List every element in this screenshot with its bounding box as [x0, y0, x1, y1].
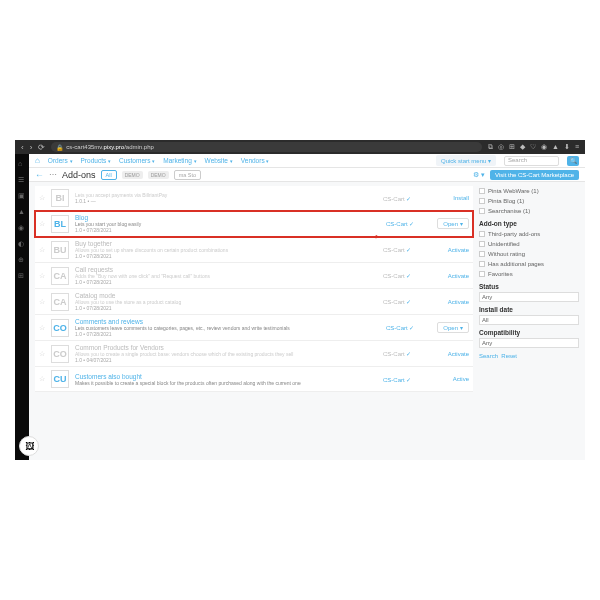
ext-icon[interactable]: ≡ [575, 143, 579, 151]
star-icon[interactable]: ☆ [39, 298, 45, 306]
annotation-arrow: → [359, 228, 384, 244]
star-icon[interactable]: ☆ [39, 350, 45, 358]
search-link[interactable]: Search [479, 353, 498, 359]
rail-icon[interactable]: ◉ [18, 224, 26, 232]
addon-badge: BI [51, 189, 69, 207]
rail-icon[interactable]: ▣ [18, 192, 26, 200]
addon-dev: CS-Cart ✓ [383, 298, 428, 305]
checkbox[interactable] [479, 208, 485, 214]
type-item[interactable]: Unidentified [479, 239, 579, 249]
menu-orders[interactable]: Orders ▾ [48, 157, 73, 164]
checkbox[interactable] [479, 271, 485, 277]
type-item[interactable]: Favorites [479, 269, 579, 279]
fwd-icon[interactable]: › [30, 143, 33, 152]
star-icon[interactable]: ☆ [39, 220, 45, 228]
visit-marketplace-button[interactable]: Visit the CS-Cart Marketplace [490, 170, 579, 180]
addon-action[interactable]: Open ▾ [437, 322, 469, 333]
addon-ver: 1.0 • 07/28/2021 [75, 227, 380, 233]
menu-marketing[interactable]: Marketing ▾ [163, 157, 196, 164]
addon-dev: CS-Cart ✓ [383, 376, 428, 383]
addon-name[interactable]: Blog [75, 214, 380, 221]
back-button[interactable]: ← [35, 170, 44, 180]
tab-all[interactable]: All [101, 170, 117, 180]
addon-name[interactable]: Comments and reviews [75, 318, 380, 325]
checkbox[interactable] [479, 251, 485, 257]
ext-icon[interactable]: ⊞ [509, 143, 515, 151]
reset-link[interactable]: Reset [501, 353, 517, 359]
addon-name[interactable]: Common Products for Vendors [75, 344, 377, 351]
search-button[interactable]: 🔍 [567, 156, 579, 166]
rail-icon[interactable]: ▲ [18, 208, 26, 216]
chat-widget[interactable]: 🖼 [19, 436, 39, 456]
rail-icon[interactable]: ⊕ [18, 256, 26, 264]
addon-desc: Makes it possible to create a special bl… [75, 380, 377, 386]
addon-name[interactable]: Call requests [75, 266, 377, 273]
addon-name[interactable]: Customers also bought [75, 373, 377, 380]
checkbox[interactable] [479, 231, 485, 237]
ext-icon[interactable]: ▲ [552, 143, 559, 151]
rail-icon[interactable]: ☰ [18, 176, 26, 184]
checkbox[interactable] [479, 241, 485, 247]
star-icon[interactable]: ☆ [39, 375, 45, 383]
addon-row[interactable]: ☆ CO Comments and reviews Lets customers… [35, 315, 473, 341]
addon-row[interactable]: ☆ CU Customers also bought Makes it poss… [35, 367, 473, 392]
menu-website[interactable]: Website ▾ [205, 157, 233, 164]
download-icon[interactable]: ⬇ [564, 143, 570, 151]
addon-row[interactable]: ☆ CA Catalog mode Allows you to use the … [35, 289, 473, 315]
addon-row[interactable]: ☆ CO Common Products for Vendors Allows … [35, 341, 473, 367]
addon-row[interactable]: ☆ BI Lets you accept payments via Billri… [35, 186, 473, 211]
addon-action[interactable]: Activate [434, 273, 469, 279]
rail-icon[interactable]: ⌂ [18, 160, 26, 168]
filter-item[interactable]: Searchanise (1) [479, 206, 579, 216]
addon-ver: 1.0 • 07/28/2021 [75, 305, 377, 311]
checkbox[interactable] [479, 188, 485, 194]
ext-icon[interactable]: ◎ [498, 143, 504, 151]
quick-start[interactable]: Quick start menu ▾ [436, 155, 496, 166]
star-icon[interactable]: ☆ [39, 324, 45, 332]
filter-item[interactable]: Pinta WebWare (1) [479, 186, 579, 196]
addon-ver: 1.0 • 07/28/2021 [75, 279, 377, 285]
addon-action[interactable]: Install [434, 195, 469, 201]
side-header: Compatibility [479, 329, 579, 336]
star-icon[interactable]: ☆ [39, 246, 45, 254]
addon-action[interactable]: Open ▾ [437, 218, 469, 229]
menu-products[interactable]: Products ▾ [81, 157, 111, 164]
addon-name[interactable]: Buy together [75, 240, 377, 247]
install-select[interactable]: All [479, 315, 579, 325]
url-box[interactable]: 🔒 cs-cart435mv.pixy.pro/admin.php [51, 142, 482, 152]
type-item[interactable]: Has additional pages [479, 259, 579, 269]
addon-name[interactable]: Catalog mode [75, 292, 377, 299]
rail-icon[interactable]: ◐ [18, 240, 26, 248]
status-select[interactable]: Any [479, 292, 579, 302]
compat-select[interactable]: Any [479, 338, 579, 348]
ext-icon[interactable]: ◉ [541, 143, 547, 151]
checkbox[interactable] [479, 198, 485, 204]
reload-icon[interactable]: ⟳ [38, 143, 45, 152]
menu-customers[interactable]: Customers ▾ [119, 157, 155, 164]
type-item[interactable]: Third-party add-ons [479, 229, 579, 239]
ctx-icon[interactable]: ⋯ [49, 170, 57, 179]
ext-icon[interactable]: ⧉ [488, 143, 493, 151]
addon-action[interactable]: Activate [434, 247, 469, 253]
checkbox[interactable] [479, 261, 485, 267]
ext-icon[interactable]: ◆ [520, 143, 525, 151]
menu-vendors[interactable]: Vendors ▾ [241, 157, 270, 164]
rail-icon[interactable]: ⊞ [18, 272, 26, 280]
addon-row[interactable]: ☆ BL Blog Lets you start your blog easil… [35, 211, 473, 237]
type-item[interactable]: Without rating [479, 249, 579, 259]
home-icon[interactable]: ⌂ [35, 156, 40, 165]
ext-icon[interactable]: ♡ [530, 143, 536, 151]
addon-action[interactable]: Activate [434, 351, 469, 357]
store-tab[interactable]: ma Sto [174, 170, 201, 180]
addon-action[interactable]: Activate [434, 299, 469, 305]
addon-action[interactable]: Active [434, 376, 469, 382]
back-icon[interactable]: ‹ [21, 143, 24, 152]
addon-ver: 1.0 • 07/28/2021 [75, 331, 380, 337]
star-icon[interactable]: ☆ [39, 272, 45, 280]
filter-item[interactable]: Pinta Blog (1) [479, 196, 579, 206]
addon-row[interactable]: ☆ CA Call requests Adds the "Buy now wit… [35, 263, 473, 289]
addon-row[interactable]: ☆ BU Buy together Allows you to set up s… [35, 237, 473, 263]
search-input[interactable]: Search [504, 156, 559, 166]
star-icon[interactable]: ☆ [39, 194, 45, 202]
gear-icon[interactable]: ⚙ ▾ [473, 171, 485, 179]
